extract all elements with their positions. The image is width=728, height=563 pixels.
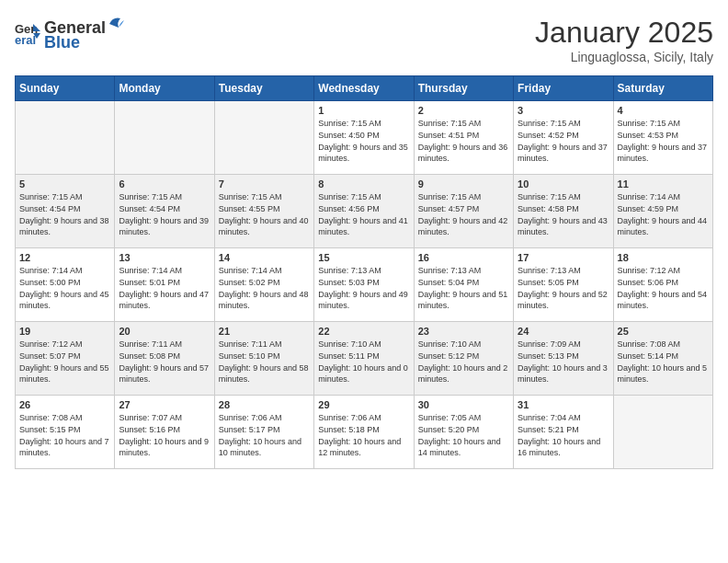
day-number: 28 [219, 399, 310, 410]
col-header-tuesday: Tuesday [214, 76, 313, 101]
day-info: Sunrise: 7:04 AMSunset: 5:21 PMDaylight:… [518, 412, 609, 458]
calendar-cell: 25Sunrise: 7:08 AMSunset: 5:14 PMDayligh… [613, 322, 712, 396]
day-number: 13 [119, 252, 210, 263]
calendar-cell: 29Sunrise: 7:06 AMSunset: 5:18 PMDayligh… [314, 396, 414, 469]
day-info: Sunrise: 7:13 AMSunset: 5:05 PMDaylight:… [518, 265, 609, 311]
day-number: 17 [518, 252, 609, 263]
day-info: Sunrise: 7:07 AMSunset: 5:16 PMDaylight:… [119, 412, 210, 458]
day-info: Sunrise: 7:14 AMSunset: 4:59 PMDaylight:… [618, 191, 709, 237]
day-number: 21 [219, 326, 310, 337]
day-info: Sunrise: 7:08 AMSunset: 5:14 PMDaylight:… [618, 339, 709, 385]
calendar-cell: 27Sunrise: 7:07 AMSunset: 5:16 PMDayligh… [115, 396, 214, 469]
day-info: Sunrise: 7:15 AMSunset: 4:50 PMDaylight:… [318, 118, 409, 164]
month-title: January 2025 [535, 15, 713, 50]
day-number: 16 [418, 252, 509, 263]
day-number: 20 [119, 326, 210, 337]
day-number: 10 [518, 178, 609, 190]
logo-text: General Blue [44, 15, 124, 52]
day-number: 5 [19, 178, 110, 190]
calendar-cell: 26Sunrise: 7:08 AMSunset: 5:15 PMDayligh… [16, 396, 115, 469]
calendar-cell: 21Sunrise: 7:11 AMSunset: 5:10 PMDayligh… [214, 322, 313, 396]
week-row-1: 1Sunrise: 7:15 AMSunset: 4:50 PMDaylight… [16, 101, 713, 175]
day-info: Sunrise: 7:06 AMSunset: 5:17 PMDaylight:… [219, 412, 310, 458]
location-subtitle: Linguaglossa, Sicily, Italy [535, 50, 713, 64]
day-info: Sunrise: 7:15 AMSunset: 4:51 PMDaylight:… [418, 118, 509, 164]
calendar-cell: 3Sunrise: 7:15 AMSunset: 4:52 PMDaylight… [514, 101, 613, 175]
calendar-cell: 17Sunrise: 7:13 AMSunset: 5:05 PMDayligh… [514, 248, 613, 322]
day-info: Sunrise: 7:11 AMSunset: 5:10 PMDaylight:… [219, 339, 310, 385]
day-number: 1 [318, 105, 409, 116]
day-number: 14 [219, 252, 310, 263]
calendar-cell [16, 101, 115, 175]
day-number: 12 [19, 252, 110, 263]
day-info: Sunrise: 7:15 AMSunset: 4:57 PMDaylight:… [418, 191, 509, 237]
calendar-cell: 22Sunrise: 7:10 AMSunset: 5:11 PMDayligh… [314, 322, 414, 396]
day-number: 7 [219, 178, 310, 190]
day-number: 6 [119, 178, 210, 190]
calendar-cell: 11Sunrise: 7:14 AMSunset: 4:59 PMDayligh… [613, 175, 712, 248]
calendar-cell: 8Sunrise: 7:15 AMSunset: 4:56 PMDaylight… [314, 175, 414, 248]
calendar-cell: 24Sunrise: 7:09 AMSunset: 5:13 PMDayligh… [514, 322, 613, 396]
day-number: 18 [618, 252, 709, 263]
day-number: 8 [318, 178, 409, 190]
col-header-monday: Monday [115, 76, 214, 101]
day-number: 29 [318, 399, 409, 410]
week-row-5: 26Sunrise: 7:08 AMSunset: 5:15 PMDayligh… [16, 396, 713, 469]
day-info: Sunrise: 7:15 AMSunset: 4:54 PMDaylight:… [19, 191, 110, 237]
day-number: 23 [418, 326, 509, 337]
calendar-cell: 4Sunrise: 7:15 AMSunset: 4:53 PMDaylight… [613, 101, 712, 175]
title-block: January 2025 Linguaglossa, Sicily, Italy [535, 15, 713, 64]
day-number: 2 [418, 105, 509, 116]
calendar-cell: 31Sunrise: 7:04 AMSunset: 5:21 PMDayligh… [514, 396, 613, 469]
day-info: Sunrise: 7:06 AMSunset: 5:18 PMDaylight:… [318, 412, 409, 458]
page-header: Gen eral General Blue January 2025 Lingu… [15, 15, 713, 64]
calendar-cell: 7Sunrise: 7:15 AMSunset: 4:55 PMDaylight… [214, 175, 313, 248]
calendar-cell: 23Sunrise: 7:10 AMSunset: 5:12 PMDayligh… [414, 322, 513, 396]
day-info: Sunrise: 7:15 AMSunset: 4:55 PMDaylight:… [219, 191, 310, 237]
day-info: Sunrise: 7:10 AMSunset: 5:11 PMDaylight:… [318, 339, 409, 385]
col-header-wednesday: Wednesday [314, 76, 414, 101]
day-info: Sunrise: 7:05 AMSunset: 5:20 PMDaylight:… [418, 412, 509, 458]
day-info: Sunrise: 7:13 AMSunset: 5:03 PMDaylight:… [318, 265, 409, 311]
calendar-cell: 16Sunrise: 7:13 AMSunset: 5:04 PMDayligh… [414, 248, 513, 322]
calendar-cell: 20Sunrise: 7:11 AMSunset: 5:08 PMDayligh… [115, 322, 214, 396]
calendar-cell: 19Sunrise: 7:12 AMSunset: 5:07 PMDayligh… [16, 322, 115, 396]
calendar-cell: 30Sunrise: 7:05 AMSunset: 5:20 PMDayligh… [414, 396, 513, 469]
day-info: Sunrise: 7:15 AMSunset: 4:52 PMDaylight:… [518, 118, 609, 164]
col-header-sunday: Sunday [16, 76, 115, 101]
calendar-cell: 18Sunrise: 7:12 AMSunset: 5:06 PMDayligh… [613, 248, 712, 322]
day-info: Sunrise: 7:14 AMSunset: 5:00 PMDaylight:… [19, 265, 110, 311]
logo-bird-icon [108, 15, 124, 33]
calendar-cell: 28Sunrise: 7:06 AMSunset: 5:17 PMDayligh… [214, 396, 313, 469]
week-row-3: 12Sunrise: 7:14 AMSunset: 5:00 PMDayligh… [16, 248, 713, 322]
day-info: Sunrise: 7:12 AMSunset: 5:07 PMDaylight:… [19, 339, 110, 385]
calendar-table: SundayMondayTuesdayWednesdayThursdayFrid… [15, 75, 713, 469]
calendar-cell [613, 396, 712, 469]
col-header-thursday: Thursday [414, 76, 513, 101]
calendar-cell: 9Sunrise: 7:15 AMSunset: 4:57 PMDaylight… [414, 175, 513, 248]
calendar-cell: 1Sunrise: 7:15 AMSunset: 4:50 PMDaylight… [314, 101, 414, 175]
day-number: 3 [518, 105, 609, 116]
day-info: Sunrise: 7:14 AMSunset: 5:02 PMDaylight:… [219, 265, 310, 311]
calendar-cell: 10Sunrise: 7:15 AMSunset: 4:58 PMDayligh… [514, 175, 613, 248]
week-row-2: 5Sunrise: 7:15 AMSunset: 4:54 PMDaylight… [16, 175, 713, 248]
calendar-cell: 14Sunrise: 7:14 AMSunset: 5:02 PMDayligh… [214, 248, 313, 322]
day-number: 15 [318, 252, 409, 263]
day-info: Sunrise: 7:09 AMSunset: 5:13 PMDaylight:… [518, 339, 609, 385]
day-number: 30 [418, 399, 509, 410]
day-number: 4 [618, 105, 709, 116]
col-header-saturday: Saturday [613, 76, 712, 101]
calendar-cell: 13Sunrise: 7:14 AMSunset: 5:01 PMDayligh… [115, 248, 214, 322]
day-info: Sunrise: 7:08 AMSunset: 5:15 PMDaylight:… [19, 412, 110, 458]
calendar-cell: 5Sunrise: 7:15 AMSunset: 4:54 PMDaylight… [16, 175, 115, 248]
day-number: 31 [518, 399, 609, 410]
day-info: Sunrise: 7:15 AMSunset: 4:58 PMDaylight:… [518, 191, 609, 237]
calendar-cell: 6Sunrise: 7:15 AMSunset: 4:54 PMDaylight… [115, 175, 214, 248]
calendar-cell [115, 101, 214, 175]
day-number: 9 [418, 178, 509, 190]
day-info: Sunrise: 7:11 AMSunset: 5:08 PMDaylight:… [119, 339, 210, 385]
day-info: Sunrise: 7:14 AMSunset: 5:01 PMDaylight:… [119, 265, 210, 311]
day-number: 19 [19, 326, 110, 337]
day-info: Sunrise: 7:13 AMSunset: 5:04 PMDaylight:… [418, 265, 509, 311]
day-info: Sunrise: 7:15 AMSunset: 4:53 PMDaylight:… [618, 118, 709, 164]
